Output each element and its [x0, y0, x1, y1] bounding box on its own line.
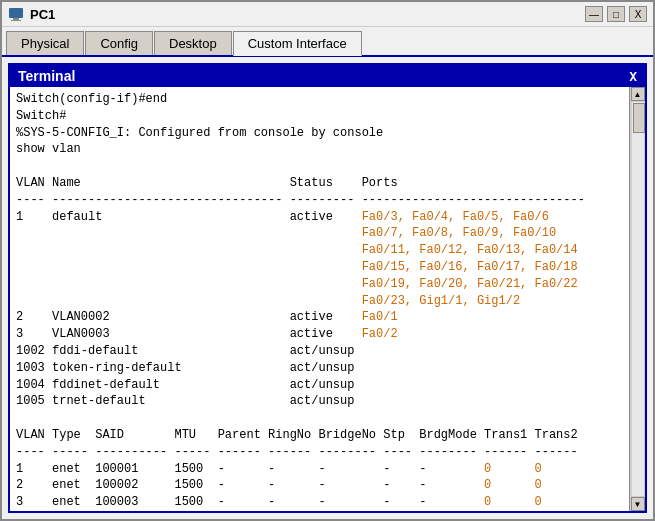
- close-button[interactable]: X: [629, 6, 647, 22]
- minimize-button[interactable]: —: [585, 6, 603, 22]
- terminal-content[interactable]: Switch(config-if)#end Switch# %SYS-5-CON…: [10, 87, 629, 511]
- pc-icon: [8, 6, 24, 22]
- scroll-track[interactable]: [631, 101, 645, 497]
- title-bar-left: PC1: [8, 6, 55, 22]
- title-bar-controls: — □ X: [585, 6, 647, 22]
- tab-custom-interface[interactable]: Custom Interface: [233, 31, 362, 56]
- scroll-down-button[interactable]: ▼: [631, 497, 645, 511]
- tab-physical[interactable]: Physical: [6, 31, 84, 55]
- terminal-body: Switch(config-if)#end Switch# %SYS-5-CON…: [10, 87, 645, 511]
- terminal-header: Terminal X: [10, 65, 645, 87]
- window-title: PC1: [30, 7, 55, 22]
- maximize-button[interactable]: □: [607, 6, 625, 22]
- scroll-thumb[interactable]: [633, 103, 645, 133]
- terminal-close-button[interactable]: X: [629, 69, 637, 84]
- svg-rect-1: [13, 18, 19, 20]
- scroll-up-button[interactable]: ▲: [631, 87, 645, 101]
- terminal-title: Terminal: [18, 68, 75, 84]
- tab-config[interactable]: Config: [85, 31, 153, 55]
- terminal-window: Terminal X Switch(config-if)#end Switch#…: [8, 63, 647, 513]
- tab-desktop[interactable]: Desktop: [154, 31, 232, 55]
- svg-rect-0: [9, 8, 23, 18]
- scrollbar[interactable]: ▲ ▼: [629, 87, 645, 511]
- svg-rect-2: [11, 20, 21, 21]
- content-area: Terminal X Switch(config-if)#end Switch#…: [2, 57, 653, 519]
- tab-bar: Physical Config Desktop Custom Interface: [2, 27, 653, 57]
- main-window: PC1 — □ X Physical Config Desktop Custom…: [0, 0, 655, 521]
- title-bar: PC1 — □ X: [2, 2, 653, 27]
- line-1: Switch(config-if)#end Switch# %SYS-5-CON…: [16, 92, 585, 511]
